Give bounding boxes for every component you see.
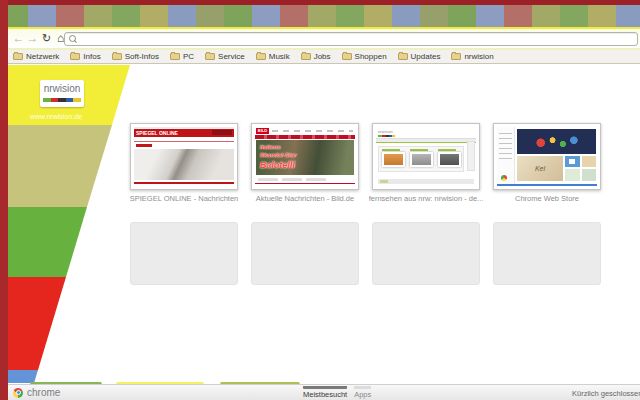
bookmark-label: PC [183,52,194,61]
chrome-logo-icon [501,175,507,181]
bookmark-folder-jobs[interactable]: Jobs [301,52,331,61]
empty-thumbnail-slot [251,222,359,285]
footer-tab-meistbesucht[interactable]: Meistbesucht [303,386,347,399]
folder-icon [70,53,80,60]
unselected-indicator [354,386,371,389]
bookmark-folder-netzwerk[interactable]: Netzwerk [13,52,59,61]
thumbnail-chrome-web-store[interactable]: Kel [493,123,601,190]
thumbnail-caption: Aktuelle Nachrichten - Bild.de [235,194,375,203]
most-visited-grid: SPIEGEL ONLINE SPIEGEL ONLINE - Nachrich… [130,123,630,353]
bookmark-label: Soft-Infos [125,52,159,61]
thumbnail-caption: fernsehen aus nrw: nrwision - de... [356,194,496,203]
window-frame-top [0,0,640,5]
chrome-brand: chrome [13,385,60,400]
bookmark-folder-nrwision[interactable]: nrwision [451,52,493,61]
chrome-brand-label: chrome [27,387,60,398]
forward-icon[interactable]: → [26,29,39,48]
nrwision-tile [382,152,405,167]
bookmark-folder-shoppen[interactable]: Shoppen [342,52,387,61]
folder-icon [13,53,23,60]
search-icon [69,35,76,42]
bookmark-folder-updates[interactable]: Updates [398,52,441,61]
empty-thumbnail-slot [372,222,480,285]
thumbnail-nrwision[interactable]: nrwision [372,123,480,190]
bookmark-folder-soft-infos[interactable]: Soft-Infos [112,52,159,61]
reload-icon[interactable]: ↻ [40,29,53,48]
bild-logo: BILD [256,128,269,134]
bookmark-label: Shoppen [355,52,387,61]
nrwision-url-text: www.nrwision.de [30,113,82,120]
empty-thumbnail-slot [493,222,601,285]
nrwision-color-bar [43,98,81,102]
window-frame-left [0,0,8,400]
toolbar: ← → ↻ ⌂ [0,29,640,48]
bookmark-label: Updates [411,52,441,61]
bookmark-label: nrwision [464,52,493,61]
bookmark-folder-musik[interactable]: Musik [256,52,290,61]
bookmark-folder-pc[interactable]: PC [170,52,194,61]
folder-icon [301,53,311,60]
thumbnail-bild[interactable]: BILD Italiens Skandal-Star Balotelli [251,123,359,190]
chrome-logo-icon [13,388,23,398]
nrwision-logo: nrwision [40,80,84,107]
ntp-footer: chrome Meistbesucht Apps Kürzlich geschl… [0,384,640,400]
folder-icon [451,53,461,60]
bookmark-label: Jobs [314,52,331,61]
nrwision-tile [438,152,461,167]
empty-thumbnail-slot [130,222,238,285]
spiegel-photo [134,149,234,180]
new-tab-page: nrwision www.nrwision.de SPIEGEL ONLINE … [0,65,640,385]
bookmark-folder-service[interactable]: Service [205,52,245,61]
bookmark-label: Netzwerk [26,52,59,61]
folder-icon [205,53,215,60]
nrwision-logo-text: nrwision [40,80,84,98]
bookmark-label: Infos [83,52,100,61]
webstore-banner [517,129,596,154]
bookmark-label: Musik [269,52,290,61]
thumbnail-spiegel[interactable]: SPIEGEL ONLINE [130,123,238,190]
bild-photo: Italiens Skandal-Star Balotelli [256,140,354,175]
folder-icon [398,53,408,60]
omnibox-address-bar[interactable] [64,32,638,46]
bookmark-folder-infos[interactable]: Infos [70,52,100,61]
tab-strip-bottom-line [0,27,640,29]
tab-strip [0,5,640,27]
selected-indicator [303,386,347,389]
webstore-photo: Kel [517,156,563,181]
folder-icon [256,53,266,60]
folder-icon [170,53,180,60]
thumbnail-caption: SPIEGEL ONLINE - Nachrichten [114,194,254,203]
folder-icon [342,53,352,60]
recently-closed-menu[interactable]: Kürzlich geschlossen [572,389,640,398]
back-icon[interactable]: ← [12,29,25,48]
bookmarks-bar: Netzwerk Infos Soft-Infos PC Service Mus… [0,50,640,64]
nrwision-tile [410,152,433,167]
footer-section-tabs: Meistbesucht Apps [303,386,371,399]
folder-icon [112,53,122,60]
thumbnail-caption: Chrome Web Store [477,194,617,203]
bookmark-label: Service [218,52,245,61]
footer-tab-apps[interactable]: Apps [354,386,371,399]
